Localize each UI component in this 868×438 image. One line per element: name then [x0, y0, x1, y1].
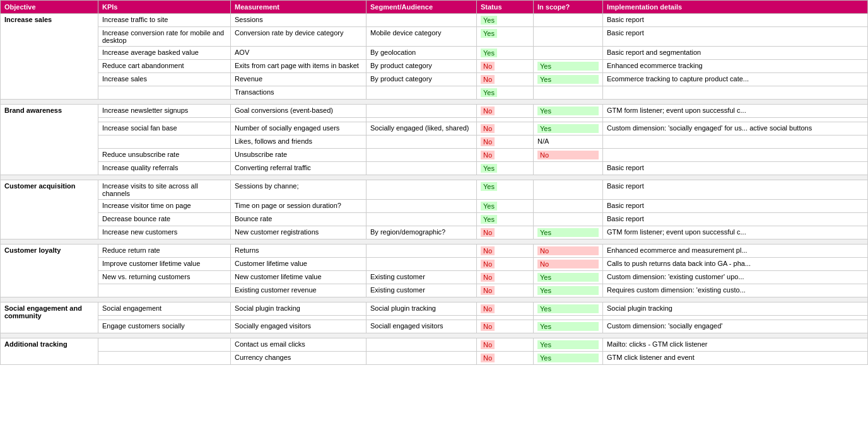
segment-cell: Socially engaged (liked, shared) — [367, 122, 477, 135]
segment-cell: By product category — [367, 73, 477, 86]
inscope-cell: No — [534, 149, 603, 162]
inscope-cell — [534, 200, 603, 213]
impl-cell: Enhanced ecommerce and measurement pl... — [603, 245, 868, 258]
impl-cell — [603, 135, 868, 149]
segment-cell — [367, 200, 477, 213]
inscope-cell: Yes — [534, 271, 603, 284]
segment-cell — [367, 135, 477, 149]
measurement-cell: Time on page or session duration? — [231, 200, 367, 213]
status-cell: No — [477, 226, 534, 239]
impl-cell: Basic report — [603, 180, 868, 200]
header-inscope: In scope? — [534, 1, 603, 14]
table-row: Reduce cart abandonmentExits from cart p… — [1, 60, 868, 73]
segment-cell: Mobile device category — [367, 27, 477, 47]
inscope-cell: N/A — [534, 135, 603, 149]
inscope-cell — [534, 47, 603, 60]
measurement-cell: New customer lifetime value — [231, 271, 367, 284]
segment-cell: By product category — [367, 60, 477, 73]
objective-cell: Customer acquisition — [1, 180, 98, 239]
impl-cell: Basic report — [603, 14, 868, 27]
kpi-cell: Increase visits to site across all chann… — [98, 180, 231, 200]
table-row: Increase new customersNew customer regis… — [1, 226, 868, 239]
measurement-cell: Transactions — [231, 86, 367, 100]
kpi-cell: Reduce return rate — [98, 245, 231, 258]
measurement-cell: Conversion rate by device category — [231, 27, 367, 47]
measurement-cell: Converting referral traffic — [231, 162, 367, 175]
impl-cell — [603, 118, 868, 122]
impl-cell: Custom dimension: 'socially engaged' — [603, 320, 868, 333]
impl-cell: GTM form listener; event upon successful… — [603, 105, 868, 118]
kpi-cell: Increase new customers — [98, 226, 231, 239]
table-row — [1, 118, 868, 122]
kpi-cell — [98, 135, 231, 149]
impl-cell: Enhanced ecommerce tracking — [603, 60, 868, 73]
segment-cell: Sociall engaged visitors — [367, 320, 477, 333]
inscope-cell: Yes — [534, 303, 603, 316]
table-row: Social engagement and communitySocial en… — [1, 303, 868, 316]
kpi-cell: Reduce unsubscribe rate — [98, 149, 231, 162]
segment-cell — [367, 118, 477, 122]
impl-cell: Requires custom dimension: 'existing cus… — [603, 284, 868, 297]
section-divider — [1, 297, 868, 303]
header-status: Status — [477, 1, 534, 14]
status-cell: Yes — [477, 162, 534, 175]
measurement-cell: Likes, follows and friends — [231, 135, 367, 149]
impl-cell: Social plugin tracking — [603, 303, 868, 316]
inscope-cell: Yes — [534, 338, 603, 352]
impl-cell: GTM form listener; event upon successful… — [603, 226, 868, 239]
segment-cell: By geolocation — [367, 47, 477, 60]
header-kpis: KPIs — [98, 1, 231, 14]
objective-cell: Customer loyalty — [1, 245, 98, 297]
status-cell — [477, 316, 534, 320]
measurement-cell: Returns — [231, 245, 367, 258]
section-divider — [1, 175, 868, 180]
status-cell: No — [477, 73, 534, 86]
measurement-cell: Unsubscribe rate — [231, 149, 367, 162]
table-row: Increase average basked valueAOVBy geolo… — [1, 47, 868, 60]
kpi-cell — [98, 284, 231, 297]
kpi-cell: Decrease bounce rate — [98, 213, 231, 226]
objective-cell: Social engagement and community — [1, 303, 98, 333]
segment-cell: Existing customer — [367, 271, 477, 284]
table-row: Brand awarenessIncrease newsletter signu… — [1, 105, 868, 118]
section-divider — [1, 239, 868, 245]
kpi-cell: Increase quality referrals — [98, 162, 231, 175]
status-cell: Yes — [477, 86, 534, 100]
kpi-cell: Social engagement — [98, 303, 231, 316]
segment-cell — [367, 352, 477, 365]
inscope-cell: Yes — [534, 73, 603, 86]
kpi-cell — [98, 86, 231, 100]
segment-cell — [367, 86, 477, 100]
impl-cell: Basic report — [603, 162, 868, 175]
table-row: TransactionsYes — [1, 86, 868, 100]
measurement-cell — [231, 118, 367, 122]
impl-cell: Calls to push returns data back into GA … — [603, 258, 868, 271]
header-segment: Segment/Audience — [367, 1, 477, 14]
inscope-cell: Yes — [534, 60, 603, 73]
segment-cell — [367, 213, 477, 226]
measurement-cell: Goal conversions (event-based) — [231, 105, 367, 118]
kpi-cell: Increase conversion rate for mobile and … — [98, 27, 231, 47]
status-cell: Yes — [477, 180, 534, 200]
table-row: Increase visitor time on pageTime on pag… — [1, 200, 868, 213]
segment-cell — [367, 105, 477, 118]
measurement-cell: Contact us email clicks — [231, 338, 367, 352]
table-row: Increase conversion rate for mobile and … — [1, 27, 868, 47]
kpi-cell: Increase traffic to site — [98, 14, 231, 27]
measurement-cell: Existing customer revenue — [231, 284, 367, 297]
status-cell: No — [477, 245, 534, 258]
analytics-table: Objective KPIs Measurement Segment/Audie… — [0, 0, 868, 365]
section-divider — [1, 333, 868, 338]
impl-cell: Basic report and segmentation — [603, 47, 868, 60]
header-objective: Objective — [1, 1, 98, 14]
status-cell: No — [477, 258, 534, 271]
measurement-cell: Revenue — [231, 73, 367, 86]
inscope-cell: Yes — [534, 226, 603, 239]
inscope-cell: Yes — [534, 320, 603, 333]
segment-cell — [367, 180, 477, 200]
kpi-cell: Increase social fan base — [98, 122, 231, 135]
table-row: Currency changesNoYesGTM click listener … — [1, 352, 868, 365]
segment-cell — [367, 149, 477, 162]
kpi-cell: Engage customers socially — [98, 320, 231, 333]
inscope-cell — [534, 118, 603, 122]
